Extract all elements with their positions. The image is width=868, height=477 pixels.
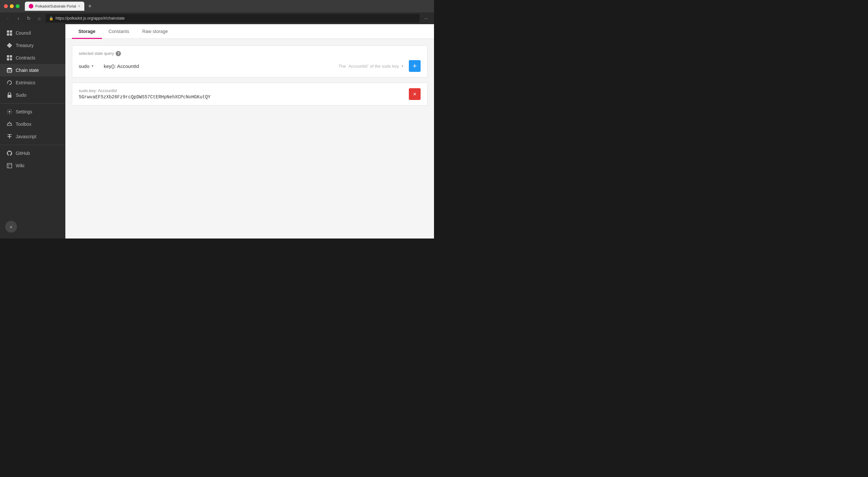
back-button[interactable]: ‹	[4, 14, 12, 22]
sidebar-item-settings[interactable]: Settings	[0, 105, 65, 118]
sidebar-item-chainstate[interactable]: Chain state	[0, 64, 65, 76]
sidebar-label-javascript: Javascript	[16, 134, 36, 139]
wiki-icon	[6, 163, 12, 168]
tab-title: Polkadot/Substrate Portal	[35, 4, 76, 8]
refresh-button[interactable]: ↻	[25, 14, 33, 22]
module-value: sudo	[79, 63, 90, 69]
remove-result-button[interactable]: ×	[409, 88, 421, 100]
query-card: selected state query ? sudo ▾ key(): Acc…	[72, 45, 428, 77]
fullscreen-traffic-light[interactable]	[16, 4, 20, 8]
forward-button[interactable]: ›	[14, 14, 22, 22]
sidebar-item-github[interactable]: GitHub	[0, 147, 65, 159]
svg-rect-3	[10, 33, 12, 36]
sidebar-label-wiki: Wiki	[16, 163, 24, 168]
tab-bar: Polkadot/Substrate Portal × +	[25, 2, 94, 11]
svg-point-8	[10, 58, 12, 60]
sidebar-label-settings: Settings	[16, 109, 32, 114]
tab-close-button[interactable]: ×	[78, 4, 81, 8]
javascript-icon	[6, 134, 12, 139]
sidebar-item-contracts[interactable]: Contracts	[0, 52, 65, 64]
browser-chrome: Polkadot/Substrate Portal × +	[0, 0, 434, 12]
url-text: https://polkadot.js.org/apps/#/chainstat…	[56, 16, 125, 21]
sidebar-label-treasury: Treasury	[16, 43, 34, 48]
method-display: key(): AccountId	[104, 63, 334, 69]
sidebar-label-toolbox: Toolbox	[16, 122, 31, 127]
address-bar[interactable]: 🔒 https://polkadot.js.org/apps/#/chainst…	[46, 14, 420, 23]
svg-rect-5	[7, 55, 9, 58]
module-dropdown-arrow: ▾	[92, 64, 93, 68]
module-select[interactable]: sudo ▾	[79, 62, 93, 70]
query-row: sudo ▾ key(): AccountId The `AccountId` …	[79, 60, 421, 72]
add-query-button[interactable]: +	[409, 60, 421, 72]
sidebar-item-toolbox[interactable]: Toolbox	[0, 118, 65, 130]
hint-dropdown-arrow: ▾	[402, 64, 404, 68]
query-label: selected state query ?	[79, 51, 421, 56]
toolbox-icon	[6, 121, 12, 127]
nav-bar: ‹ › ↻ ⌂ 🔒 https://polkadot.js.org/apps/#…	[0, 12, 434, 24]
sidebar-divider	[0, 103, 65, 103]
contracts-icon	[6, 55, 12, 61]
close-traffic-light[interactable]	[4, 4, 8, 8]
content-area: selected state query ? sudo ▾ key(): Acc…	[65, 39, 434, 238]
svg-rect-13	[7, 163, 12, 168]
sidebar-collapse-area: «	[0, 218, 65, 236]
svg-point-9	[7, 68, 12, 70]
svg-rect-6	[10, 55, 12, 58]
extrinsics-icon	[6, 80, 12, 86]
sidebar-item-sudo[interactable]: Sudo	[0, 89, 65, 101]
sidebar-label-contracts: Contracts	[16, 55, 35, 60]
sidebar-item-treasury[interactable]: Treasury	[0, 39, 65, 52]
minimize-traffic-light[interactable]	[10, 4, 14, 8]
result-key: sudo.key: AccountId	[79, 88, 404, 93]
svg-rect-11	[7, 95, 11, 98]
svg-marker-10	[7, 83, 8, 84]
sidebar-label-sudo: Sudo	[16, 92, 27, 98]
svg-rect-2	[7, 33, 9, 36]
council-icon	[6, 30, 12, 36]
new-tab-button[interactable]: +	[86, 3, 94, 10]
result-value: 5GrwvaEF5zXb26Fz9rcQpDWS57CtERHpNehXCPcN…	[79, 94, 404, 100]
sidebar-divider-2	[0, 145, 65, 145]
svg-point-12	[9, 111, 10, 113]
sidebar-label-github: GitHub	[16, 151, 30, 156]
sidebar: Council Treasury Contracts Chain state E	[0, 24, 65, 238]
tab-constants[interactable]: Constants	[102, 24, 135, 39]
secure-icon: 🔒	[49, 16, 54, 21]
sidebar-item-wiki[interactable]: Wiki	[0, 159, 65, 172]
sidebar-item-extrinsics[interactable]: Extrinsics	[0, 76, 65, 89]
more-button[interactable]: ···	[422, 14, 430, 22]
app-container: Council Treasury Contracts Chain state E	[0, 24, 434, 238]
result-card: sudo.key: AccountId 5GrwvaEF5zXb26Fz9rcQ…	[72, 83, 428, 105]
home-button[interactable]: ⌂	[35, 14, 43, 22]
sidebar-label-council: Council	[16, 30, 31, 36]
sidebar-item-council[interactable]: Council	[0, 27, 65, 39]
svg-rect-7	[7, 58, 9, 60]
sidebar-label-chainstate: Chain state	[16, 68, 39, 73]
result-content: sudo.key: AccountId 5GrwvaEF5zXb26Fz9rcQ…	[79, 88, 404, 100]
browser-tab[interactable]: Polkadot/Substrate Portal ×	[25, 2, 84, 11]
tab-raw-storage[interactable]: Raw storage	[135, 24, 175, 39]
svg-rect-0	[7, 30, 9, 33]
sidebar-label-extrinsics: Extrinsics	[16, 80, 35, 85]
settings-icon	[6, 109, 12, 115]
github-icon	[6, 150, 12, 156]
traffic-lights	[4, 4, 20, 8]
sudo-icon	[6, 92, 12, 98]
content-tabs: Storage Constants Raw storage	[65, 24, 434, 39]
query-hint[interactable]: The `AccountId` of the sudo key. ▾	[339, 64, 404, 69]
tab-favicon	[29, 4, 33, 8]
treasury-icon	[6, 42, 12, 49]
main-content: Storage Constants Raw storage selected s…	[65, 24, 434, 238]
svg-rect-1	[10, 30, 12, 33]
svg-marker-4	[7, 43, 12, 48]
help-icon[interactable]: ?	[116, 51, 121, 56]
tab-storage[interactable]: Storage	[72, 24, 102, 39]
sidebar-item-javascript[interactable]: Javascript	[0, 130, 65, 143]
chainstate-icon	[6, 67, 12, 73]
collapse-button[interactable]: «	[5, 221, 17, 233]
